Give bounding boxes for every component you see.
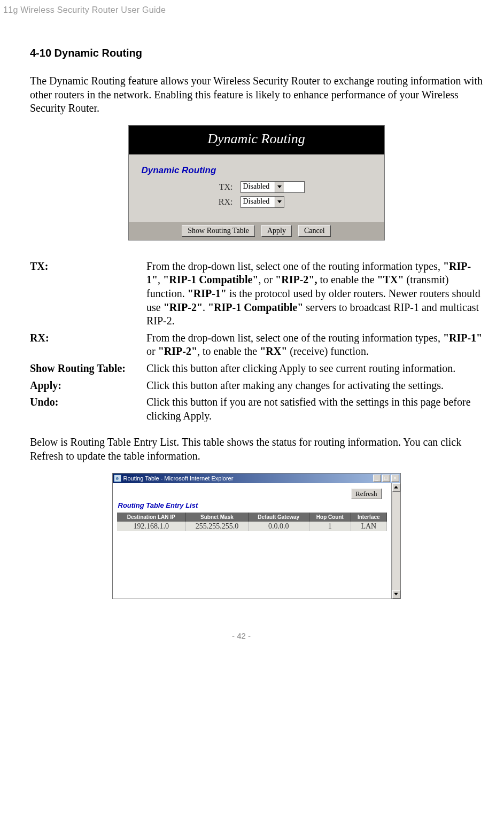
scrollbar[interactable] bbox=[392, 483, 400, 599]
intro-paragraph: The Dynamic Routing feature allows your … bbox=[30, 74, 483, 115]
scroll-up-icon[interactable] bbox=[392, 483, 400, 492]
page-header: 11g Wireless Security Router User Guide bbox=[0, 5, 483, 15]
routing-table-title: Routing Table Entry List bbox=[118, 501, 387, 509]
col-gateway: Default Gateway bbox=[248, 513, 309, 522]
routing-table: Destination LAN IP Subnet Mask Default G… bbox=[117, 513, 387, 531]
cancel-button[interactable]: Cancel bbox=[298, 225, 331, 237]
def-term-show: Show Routing Table: bbox=[30, 362, 146, 379]
minimize-icon[interactable]: _ bbox=[373, 475, 381, 482]
cell-gateway: 0.0.0.0 bbox=[248, 522, 309, 531]
def-desc-apply: Click this button after making any chang… bbox=[146, 379, 483, 396]
window-titlebar: e Routing Table - Microsoft Internet Exp… bbox=[113, 474, 400, 483]
cell-hop: 1 bbox=[309, 522, 351, 531]
svg-marker-2 bbox=[394, 486, 398, 488]
definitions-table: TX: From the drop-down list, select one … bbox=[30, 260, 483, 426]
cell-mask: 255.255.255.0 bbox=[185, 522, 248, 531]
window-title-text: Routing Table - Microsoft Internet Explo… bbox=[123, 475, 234, 482]
cell-interface: LAN bbox=[351, 522, 386, 531]
refresh-button[interactable]: Refresh bbox=[351, 488, 381, 499]
panel-subtitle: Dynamic Routing bbox=[142, 165, 371, 176]
col-interface: Interface bbox=[351, 513, 386, 522]
def-term-undo: Undo: bbox=[30, 395, 146, 426]
maximize-icon[interactable]: □ bbox=[382, 475, 390, 482]
rx-select[interactable]: Disabled bbox=[241, 196, 285, 208]
scroll-down-icon[interactable] bbox=[392, 590, 400, 599]
svg-marker-3 bbox=[394, 593, 398, 595]
svg-marker-0 bbox=[277, 185, 282, 188]
page-number: - 42 - bbox=[0, 631, 483, 640]
chevron-down-icon[interactable] bbox=[275, 197, 284, 207]
panel-title: Dynamic Routing bbox=[129, 126, 384, 154]
def-desc-show: Click this button after clicking Apply t… bbox=[146, 362, 483, 379]
col-dest: Destination LAN IP bbox=[117, 513, 186, 522]
table-header-row: Destination LAN IP Subnet Mask Default G… bbox=[117, 513, 387, 522]
routing-table-figure: e Routing Table - Microsoft Internet Exp… bbox=[30, 473, 483, 599]
tx-select[interactable]: Disabled bbox=[241, 181, 305, 193]
def-desc-tx: From the drop-down list, select one of t… bbox=[146, 260, 483, 331]
close-icon[interactable]: × bbox=[391, 475, 399, 482]
svg-marker-1 bbox=[277, 200, 282, 203]
def-desc-undo: Click this button if you are not satisfi… bbox=[146, 395, 483, 426]
content: 4-10 Dynamic Routing The Dynamic Routing… bbox=[0, 47, 483, 599]
cell-dest: 192.168.1.0 bbox=[117, 522, 186, 531]
ie-icon: e bbox=[114, 475, 121, 482]
def-desc-rx: From the drop-down list, select one of t… bbox=[146, 331, 483, 362]
dynamic-routing-figure: Dynamic Routing Dynamic Routing TX: Disa… bbox=[30, 125, 483, 240]
table-row: 192.168.1.0 255.255.255.0 0.0.0.0 1 LAN bbox=[117, 522, 387, 531]
tx-select-value: Disabled bbox=[241, 182, 275, 192]
show-routing-table-button[interactable]: Show Routing Table bbox=[182, 225, 255, 237]
chevron-down-icon[interactable] bbox=[275, 182, 284, 192]
section-title: 4-10 Dynamic Routing bbox=[30, 47, 483, 59]
def-term-tx: TX: bbox=[30, 260, 146, 331]
button-bar: Show Routing Table Apply Cancel bbox=[129, 222, 384, 240]
tx-label: TX: bbox=[142, 182, 241, 192]
rx-label: RX: bbox=[142, 197, 241, 207]
col-hop: Hop Count bbox=[309, 513, 351, 522]
def-term-rx: RX: bbox=[30, 331, 146, 362]
col-mask: Subnet Mask bbox=[185, 513, 248, 522]
apply-button[interactable]: Apply bbox=[261, 225, 292, 237]
below-paragraph: Below is Routing Table Entry List. This … bbox=[30, 436, 483, 463]
def-term-apply: Apply: bbox=[30, 379, 146, 396]
rx-select-value: Disabled bbox=[241, 197, 275, 207]
